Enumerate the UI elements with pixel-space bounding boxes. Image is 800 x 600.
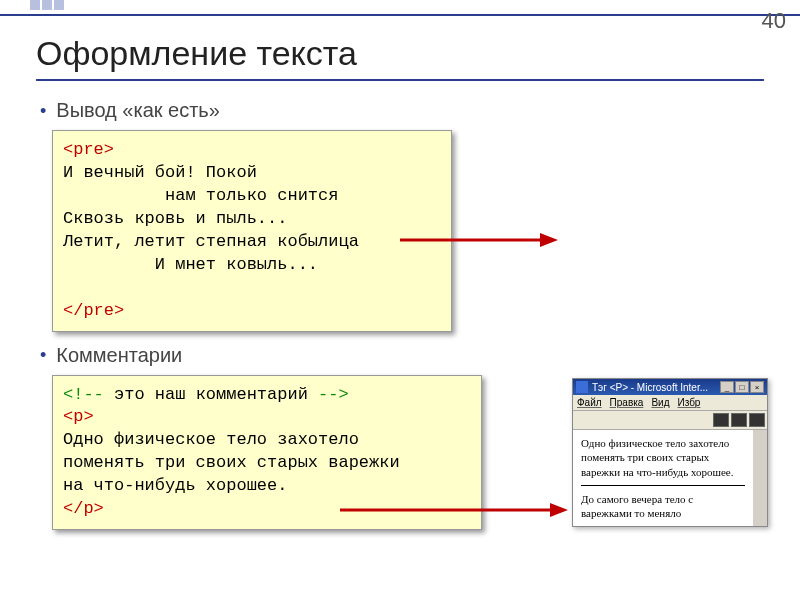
arrow-2 [340, 500, 570, 520]
bullet-1: • Вывод «как есть» [40, 99, 764, 122]
maximize-button[interactable]: □ [735, 381, 749, 393]
toolbar-button[interactable] [713, 413, 729, 427]
tag-p-close: </p> [63, 499, 104, 518]
content-divider [581, 485, 745, 486]
svg-marker-1 [540, 233, 558, 247]
bullet-icon: • [40, 346, 46, 364]
page-number: 40 [762, 8, 786, 34]
menu-file[interactable]: Файл [577, 397, 602, 408]
browser-content: Одно физическое тело захотело поменять т… [573, 430, 753, 526]
rendered-para-2: До самого вечера тело с варежками то мен… [581, 492, 745, 521]
menu-favorites[interactable]: Избр [677, 397, 700, 408]
tag-p-open: <p> [63, 407, 94, 426]
slide-header-bar [0, 0, 800, 16]
tag-pre-open: <pre> [63, 140, 114, 159]
bullet-2: • Комментарии [40, 344, 764, 367]
browser-title: Тэг <P> - Microsoft Inter... [592, 382, 720, 393]
code-p-body: Одно физическое тело захотело поменять т… [63, 430, 400, 495]
scrollbar[interactable] [753, 430, 767, 526]
bullet-2-text: Комментарии [56, 344, 182, 367]
slide-title: Оформление текста [36, 34, 764, 81]
ie-icon [576, 381, 588, 393]
code-box-pre: <pre> И вечный бой! Покой нам только сни… [52, 130, 452, 332]
browser-titlebar: Тэг <P> - Microsoft Inter... _ □ × [573, 379, 767, 395]
browser-preview: Тэг <P> - Microsoft Inter... _ □ × Файл … [572, 378, 768, 527]
arrow-1 [400, 230, 560, 250]
menu-view[interactable]: Вид [651, 397, 669, 408]
comment-body: это наш комментарий [104, 385, 318, 404]
browser-menubar: Файл Правка Вид Избр [573, 395, 767, 411]
close-button[interactable]: × [750, 381, 764, 393]
browser-toolbar [573, 411, 767, 430]
toolbar-button[interactable] [731, 413, 747, 427]
code-pre-body: И вечный бой! Покой нам только снится Ск… [63, 163, 359, 274]
minimize-button[interactable]: _ [720, 381, 734, 393]
toolbar-button[interactable] [749, 413, 765, 427]
comment-open: <!-- [63, 385, 104, 404]
rendered-para-1: Одно физическое тело захотело поменять т… [581, 436, 745, 479]
comment-close: --> [318, 385, 349, 404]
bullet-1-text: Вывод «как есть» [56, 99, 220, 122]
svg-marker-3 [550, 503, 568, 517]
menu-edit[interactable]: Правка [610, 397, 644, 408]
tag-pre-close: </pre> [63, 301, 124, 320]
bullet-icon: • [40, 102, 46, 120]
decorative-dots [30, 0, 64, 10]
